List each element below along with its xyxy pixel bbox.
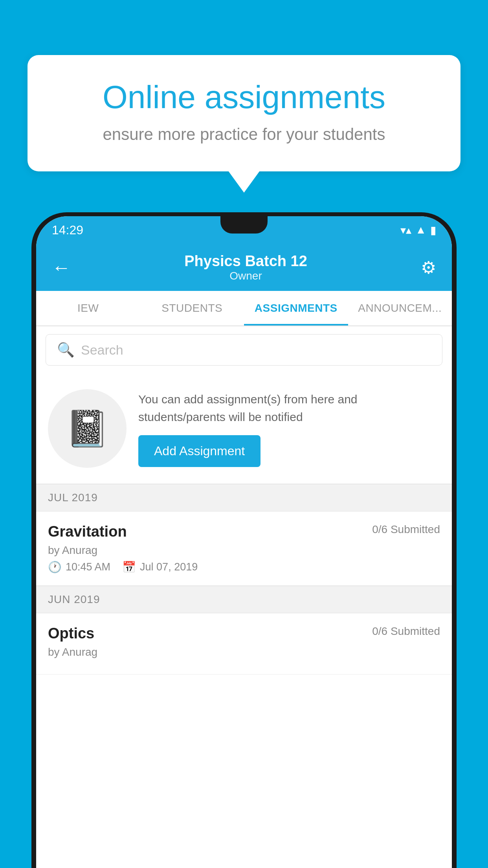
tab-announcements[interactable]: ANNOUNCEM... xyxy=(348,291,452,326)
notebook-icon: 📓 xyxy=(65,408,109,449)
search-placeholder: Search xyxy=(81,342,123,358)
assignment-icon-circle: 📓 xyxy=(48,389,127,468)
speech-bubble-container: Online assignments ensure more practice … xyxy=(28,55,460,171)
assignment-item-optics[interactable]: Optics 0/6 Submitted by Anurag xyxy=(36,613,452,675)
back-button[interactable]: ← xyxy=(52,257,71,278)
search-bar[interactable]: 🔍 Search xyxy=(46,334,442,366)
status-icons: ▾▴ ▲ ▮ xyxy=(400,224,436,237)
assignment-by: by Anurag xyxy=(48,544,440,557)
header-subtitle: Owner xyxy=(184,270,307,282)
app-header: ← Physics Batch 12 Owner ⚙ xyxy=(36,244,452,291)
assignment-date: 📅 Jul 07, 2019 xyxy=(122,561,198,574)
month-divider-jul: JUL 2019 xyxy=(36,484,452,511)
assignment-item-gravitation[interactable]: Gravitation 0/6 Submitted by Anurag 🕐 10… xyxy=(36,511,452,586)
tab-assignments[interactable]: ASSIGNMENTS xyxy=(244,291,348,326)
assignment-item-header-optics: Optics 0/6 Submitted xyxy=(48,625,440,642)
add-assignment-button[interactable]: Add Assignment xyxy=(138,435,261,467)
speech-bubble: Online assignments ensure more practice … xyxy=(28,55,460,171)
status-time: 14:29 xyxy=(52,223,83,237)
tab-iew[interactable]: IEW xyxy=(36,291,140,326)
assignment-date-value: Jul 07, 2019 xyxy=(140,561,198,573)
phone-screen: 14:29 ▾▴ ▲ ▮ ← Physics Batch 12 Owner ⚙ … xyxy=(36,216,452,868)
clock-icon: 🕐 xyxy=(48,561,62,574)
assignment-title: Gravitation xyxy=(48,523,127,540)
submitted-badge: 0/6 Submitted xyxy=(372,523,440,536)
settings-button[interactable]: ⚙ xyxy=(421,257,436,278)
assignment-title-optics: Optics xyxy=(48,625,94,642)
speech-bubble-subtitle: ensure more practice for your students xyxy=(59,125,429,144)
signal-icon: ▲ xyxy=(415,224,426,236)
speech-bubble-title: Online assignments xyxy=(59,79,429,116)
tab-students[interactable]: STUDENTS xyxy=(140,291,244,326)
search-container: 🔍 Search xyxy=(36,326,452,373)
wifi-icon: ▾▴ xyxy=(400,224,411,237)
tabs: IEW STUDENTS ASSIGNMENTS ANNOUNCEM... xyxy=(36,291,452,326)
calendar-icon: 📅 xyxy=(122,561,136,574)
assignment-info: You can add assignment(s) from here and … xyxy=(138,390,440,467)
assignment-description: You can add assignment(s) from here and … xyxy=(138,390,440,426)
month-divider-jun: JUN 2019 xyxy=(36,586,452,613)
phone-frame: 14:29 ▾▴ ▲ ▮ ← Physics Batch 12 Owner ⚙ … xyxy=(31,212,457,868)
header-title: Physics Batch 12 xyxy=(184,253,307,270)
add-assignment-section: 📓 You can add assignment(s) from here an… xyxy=(36,373,452,484)
assignment-item-header: Gravitation 0/6 Submitted xyxy=(48,523,440,540)
search-icon: 🔍 xyxy=(57,342,75,358)
assignment-time-value: 10:45 AM xyxy=(66,561,110,573)
battery-icon: ▮ xyxy=(430,224,436,237)
screen-content: 🔍 Search 📓 You can add assignment(s) fro… xyxy=(36,326,452,675)
assignment-by-optics: by Anurag xyxy=(48,646,440,658)
phone-notch xyxy=(220,216,268,234)
assignment-meta: 🕐 10:45 AM 📅 Jul 07, 2019 xyxy=(48,561,440,574)
header-title-block: Physics Batch 12 Owner xyxy=(184,253,307,282)
submitted-badge-optics: 0/6 Submitted xyxy=(372,625,440,638)
assignment-time: 🕐 10:45 AM xyxy=(48,561,110,574)
